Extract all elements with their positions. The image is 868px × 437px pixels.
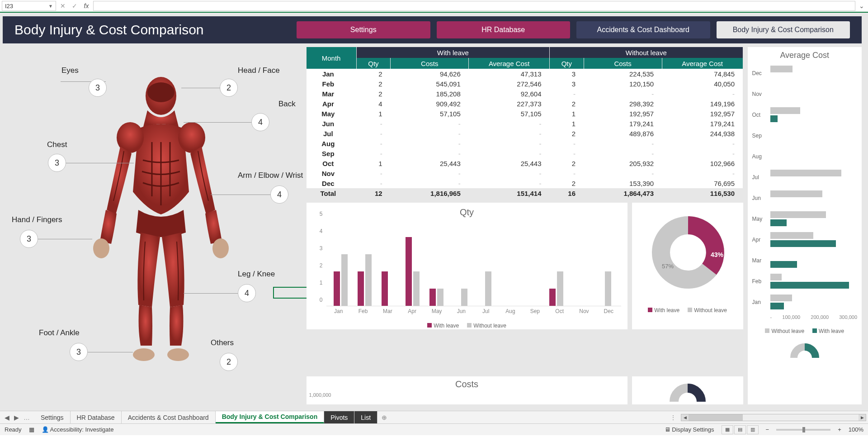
svg-point-6 (133, 348, 155, 361)
anatomy-figure (89, 74, 233, 364)
sheet-prev-icon[interactable]: ◀ (5, 414, 9, 421)
callout-chest: Chest (47, 140, 67, 149)
zoom-in-button[interactable]: + (838, 426, 841, 433)
worksheet-area[interactable]: Body Injury & Cost Comparison Settings H… (0, 13, 868, 411)
hbar-row: Feb (752, 271, 857, 292)
callout-leg: Leg / Knee (238, 270, 275, 279)
donut-legend: With leave Without leave (638, 307, 737, 314)
table-row[interactable]: Sep------ (307, 148, 743, 158)
tab-hr-database[interactable]: HR Database (71, 411, 122, 423)
callout-chest-circle[interactable]: 3 (48, 154, 66, 172)
callout-arm: Arm / Elbow / Wrist (238, 171, 303, 180)
status-bar: Ready ▦ 👤 Accessibility: Investigate 🖥 D… (0, 423, 868, 435)
table-row[interactable]: Dec---2153,39076,695 (307, 178, 743, 188)
hbar-row: Aug (752, 146, 857, 167)
callout-back-circle[interactable]: 4 (251, 113, 269, 131)
callout-eyes-circle[interactable]: 3 (89, 79, 107, 97)
selected-cell-indicator[interactable] (273, 287, 311, 299)
col-month: Month (307, 47, 357, 69)
fx-icon[interactable]: fx (81, 1, 91, 11)
table-row[interactable]: Aug------ (307, 138, 743, 148)
table-row[interactable]: Nov------ (307, 168, 743, 178)
table-row[interactable]: Jan294,62647,3133224,53574,845 (307, 69, 743, 79)
callout-others-circle[interactable]: 2 (220, 353, 238, 371)
formula-input[interactable] (93, 1, 855, 11)
table-row[interactable]: Oct125,44325,4432205,932102,966 (307, 158, 743, 168)
hbar-row: Oct (752, 104, 857, 125)
expand-formula-bar-icon[interactable]: ⌄ (857, 2, 866, 10)
dashboard-header: Body Injury & Cost Comparison Settings H… (3, 16, 862, 43)
hbar-row: Dec (752, 63, 857, 84)
sheet-more-icon[interactable]: … (24, 414, 30, 421)
callout-hand-circle[interactable]: 3 (20, 230, 38, 248)
svg-point-5 (212, 238, 229, 258)
tab-settings[interactable]: Settings (34, 411, 71, 423)
add-sheet-icon[interactable]: ⊕ (377, 411, 391, 423)
hbar-row: Jul (752, 167, 857, 188)
avgcost-legend: Without leave With leave (752, 328, 857, 334)
qty-bar-chart[interactable]: Qty 012345 JanFebMarAprMayJunJulAugSepOc… (307, 203, 627, 329)
svg-text:43%: 43% (711, 251, 724, 258)
zoom-out-button[interactable]: − (766, 426, 769, 433)
page-title: Body Injury & Cost Comparison (14, 22, 290, 38)
tab-pivots[interactable]: Pivots (324, 411, 354, 423)
callout-head: Head / Face (238, 66, 280, 75)
cell-reference: I23 (5, 3, 13, 10)
callout-eyes: Eyes (61, 66, 79, 75)
data-column: Month With leave Without leave Qty Costs… (307, 47, 743, 404)
accept-formula-icon: ✓ (70, 1, 80, 11)
costs-donut-1[interactable] (632, 376, 743, 404)
accessibility-status[interactable]: 👤 Accessibility: Investigate (42, 426, 114, 433)
hbar-row: Jan (752, 292, 857, 313)
qty-legend: With leave Without leave (313, 323, 621, 329)
view-pagebreak-icon[interactable]: ▥ (747, 425, 759, 434)
costs-bar-chart[interactable]: Costs 1,000,000 (307, 376, 627, 404)
zoom-slider[interactable] (776, 429, 830, 431)
name-box[interactable]: I23 ▼ (2, 1, 56, 11)
avgcost-donut[interactable] (752, 337, 857, 361)
table-total-row: Total121,816,965151,414161,864,473116,53… (307, 188, 743, 198)
cost-table[interactable]: Month With leave Without leave Qty Costs… (307, 47, 743, 198)
callout-foot-circle[interactable]: 3 (70, 343, 88, 361)
callout-head-circle[interactable]: 2 (220, 79, 238, 97)
tab-accidents[interactable]: Accidents & Cost Dashboard (122, 411, 216, 423)
display-settings-button[interactable]: 🖥 Display Settings (665, 426, 714, 433)
macro-record-icon[interactable]: ▦ (29, 426, 34, 433)
view-normal-icon[interactable]: ▦ (722, 425, 733, 434)
hbar-row: Apr (752, 229, 857, 250)
svg-point-7 (167, 348, 189, 361)
chevron-down-icon[interactable]: ▼ (48, 4, 53, 9)
callout-others: Others (211, 338, 234, 347)
table-row[interactable]: Feb2545,091272,5463120,15040,050 (307, 79, 743, 89)
callout-arm-circle[interactable]: 4 (270, 185, 288, 204)
cancel-formula-icon: ✕ (58, 1, 68, 11)
nav-body-injury[interactable]: Body Injury & Cost Comparison (717, 21, 850, 38)
svg-point-1 (147, 82, 175, 102)
average-cost-chart[interactable]: Average Cost DecNovOctSepAugJulJunMayApr… (748, 47, 862, 404)
table-row[interactable]: May157,10557,1051192,957192,957 (307, 109, 743, 119)
callout-foot: Foot / Ankle (39, 328, 80, 337)
hbar-row: Nov (752, 84, 857, 104)
table-row[interactable]: Jun---1179,241179,241 (307, 119, 743, 128)
formula-bar: I23 ▼ ✕ ✓ fx ⌄ (0, 0, 868, 13)
callout-leg-circle[interactable]: 4 (238, 284, 256, 302)
callout-back: Back (278, 100, 296, 109)
svg-point-4 (93, 238, 109, 258)
hbar-row: Mar (752, 250, 857, 271)
table-row[interactable]: Jul---2489,876244,938 (307, 128, 743, 138)
nav-accidents-dashboard[interactable]: Accidents & Cost Dashboard (576, 21, 710, 38)
hbar-row: May (752, 209, 857, 229)
view-pagelayout-icon[interactable]: ▤ (734, 425, 746, 434)
tab-body-injury[interactable]: Body Injury & Cost Comparison (216, 411, 325, 423)
hbar-row: Sep (752, 125, 857, 146)
table-row[interactable]: Mar2185,20892,604--- (307, 89, 743, 99)
sheet-next-icon[interactable]: ▶ (14, 414, 19, 421)
zoom-level[interactable]: 100% (849, 426, 863, 433)
table-row[interactable]: Apr4909,492227,3732298,392149,196 (307, 99, 743, 109)
nav-hr-database[interactable]: HR Database (437, 21, 571, 38)
horizontal-scrollbar[interactable]: ⋮ ◀ ▶ (391, 411, 868, 423)
nav-settings[interactable]: Settings (297, 21, 430, 38)
sheet-tab-bar: ◀ ▶ … Settings HR Database Accidents & C… (0, 411, 868, 423)
qty-donut-chart[interactable]: 43% 57% With leave Without leave (632, 203, 743, 329)
tab-list[interactable]: List (354, 411, 377, 423)
